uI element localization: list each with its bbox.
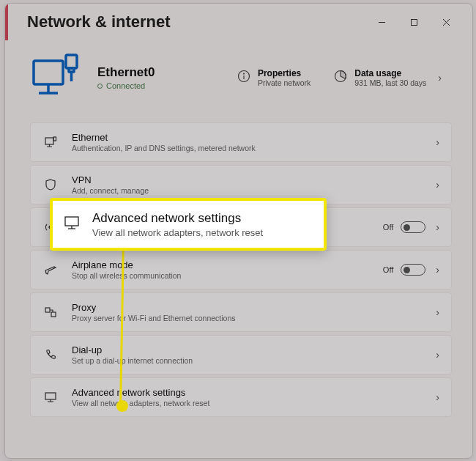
connection-name: Ethernet0 bbox=[97, 65, 221, 80]
properties-title: Properties bbox=[258, 68, 310, 78]
svg-rect-20 bbox=[51, 312, 56, 317]
connection-status: Connected bbox=[97, 81, 221, 90]
network-header: Ethernet0 Connected Properties Private n… bbox=[30, 46, 452, 118]
chevron-right-icon: › bbox=[431, 136, 442, 148]
svg-rect-19 bbox=[45, 308, 50, 312]
desktop-icon bbox=[63, 214, 81, 235]
info-icon bbox=[237, 70, 250, 86]
callout-sub: View all network adapters, network reset bbox=[92, 227, 263, 238]
desktop-icon bbox=[42, 391, 59, 404]
shield-icon bbox=[42, 178, 59, 191]
proxy-icon bbox=[42, 306, 59, 319]
toggle-label: Off bbox=[383, 223, 393, 232]
settings-list: Ethernet Authentication, IP and DNS sett… bbox=[30, 118, 452, 417]
status-dot-icon bbox=[97, 84, 103, 89]
row-airplane-mode[interactable]: Airplane mode Stop all wireless communic… bbox=[30, 250, 452, 289]
svg-rect-21 bbox=[45, 393, 56, 399]
row-proxy[interactable]: Proxy Proxy server for Wi-Fi and Etherne… bbox=[30, 292, 452, 332]
row-dialup[interactable]: Dial-up Set up a dial-up internet connec… bbox=[30, 335, 452, 375]
page-title: Network & internet bbox=[27, 12, 365, 32]
maximize-button[interactable] bbox=[398, 10, 430, 34]
airplane-icon bbox=[42, 263, 59, 276]
ethernet-icon bbox=[42, 136, 59, 149]
chevron-right-icon: › bbox=[431, 221, 442, 233]
svg-rect-8 bbox=[69, 68, 74, 72]
properties-shortcut[interactable]: Properties Private network bbox=[237, 68, 318, 87]
svg-rect-24 bbox=[65, 217, 78, 226]
svg-rect-1 bbox=[411, 19, 417, 25]
data-usage-sub: 931 MB, last 30 days bbox=[354, 78, 426, 87]
row-ethernet[interactable]: Ethernet Authentication, IP and DNS sett… bbox=[30, 122, 452, 162]
svg-rect-17 bbox=[53, 137, 56, 141]
chevron-right-icon: › bbox=[431, 179, 442, 191]
chevron-right-icon: › bbox=[431, 349, 442, 361]
close-button[interactable] bbox=[430, 10, 462, 34]
chevron-right-icon: › bbox=[431, 306, 442, 318]
highlight-callout: Advanced network settings View all netwo… bbox=[50, 198, 327, 251]
titlebar: Network & internet bbox=[5, 4, 472, 40]
data-usage-shortcut[interactable]: Data usage 931 MB, last 30 days › bbox=[334, 68, 452, 87]
svg-rect-4 bbox=[34, 61, 63, 84]
svg-rect-7 bbox=[66, 55, 77, 68]
chevron-right-icon: › bbox=[434, 72, 445, 84]
svg-rect-14 bbox=[45, 138, 53, 144]
minimize-button[interactable] bbox=[365, 10, 398, 34]
hotspot-toggle[interactable] bbox=[401, 221, 425, 233]
connection-info: Ethernet0 Connected bbox=[97, 65, 221, 90]
data-usage-icon bbox=[334, 70, 347, 86]
chevron-right-icon: › bbox=[431, 391, 442, 403]
properties-sub: Private network bbox=[258, 78, 310, 87]
callout-title: Advanced network settings bbox=[92, 211, 263, 226]
svg-point-12 bbox=[243, 73, 244, 74]
toggle-label: Off bbox=[383, 265, 393, 274]
airplane-toggle[interactable] bbox=[401, 264, 425, 276]
callout-pointer-dot bbox=[116, 400, 128, 412]
row-advanced-network-settings[interactable]: Advanced network settings View all netwo… bbox=[30, 377, 452, 417]
phone-icon bbox=[42, 348, 59, 361]
chevron-right-icon: › bbox=[431, 264, 442, 276]
desktop-ethernet-icon bbox=[30, 51, 81, 105]
data-usage-title: Data usage bbox=[354, 68, 426, 78]
